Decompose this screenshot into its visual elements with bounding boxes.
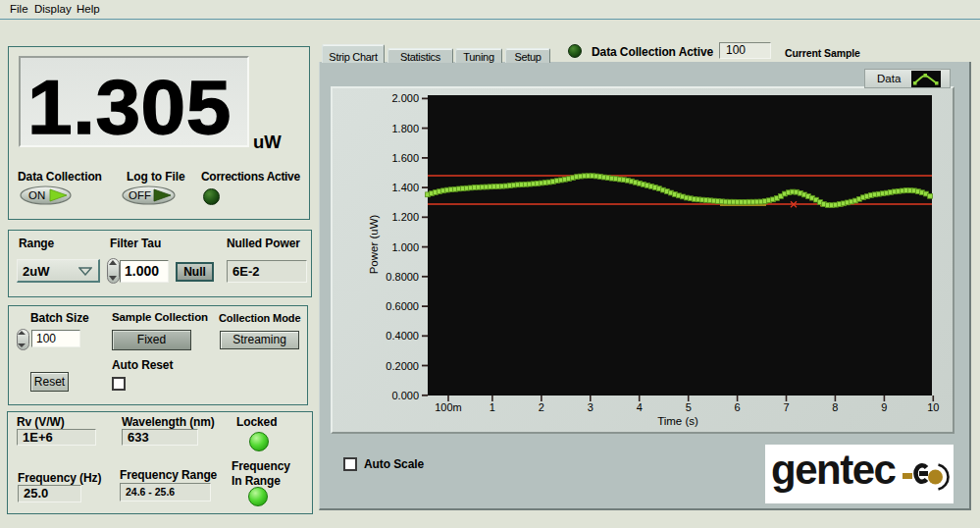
svg-text:ON: ON (28, 189, 45, 201)
svg-text:10: 10 (927, 401, 939, 413)
svg-text:1.400: 1.400 (391, 182, 419, 193)
svg-text:OFF: OFF (129, 189, 151, 201)
svg-text:1.000: 1.000 (391, 241, 419, 253)
svg-text:1: 1 (490, 401, 495, 413)
svg-text:0.2000: 0.2000 (386, 360, 419, 372)
svg-text:8: 8 (832, 401, 838, 413)
svg-text:2: 2 (539, 401, 544, 413)
svg-text:Power (uW): Power (uW) (368, 214, 380, 274)
svg-text:gentec: gentec (771, 447, 897, 493)
svg-text:1.200: 1.200 (391, 211, 419, 223)
svg-text:3: 3 (588, 401, 593, 413)
svg-text:1.800: 1.800 (391, 123, 419, 134)
svg-text:0.4000: 0.4000 (386, 330, 419, 342)
svg-text:6: 6 (735, 401, 741, 413)
svg-text:Time (s): Time (s) (657, 415, 698, 427)
svg-text:0.6000: 0.6000 (386, 300, 419, 312)
svg-text:0.000: 0.000 (391, 390, 419, 401)
svg-text:7: 7 (783, 401, 789, 413)
svg-text:5: 5 (686, 401, 692, 413)
svg-text:2.000: 2.000 (391, 92, 419, 104)
svg-text:9: 9 (881, 401, 887, 413)
svg-text:1.600: 1.600 (391, 152, 419, 164)
svg-text:0.8000: 0.8000 (386, 271, 419, 283)
svg-text:100m: 100m (435, 401, 462, 413)
svg-text:4: 4 (637, 401, 643, 413)
